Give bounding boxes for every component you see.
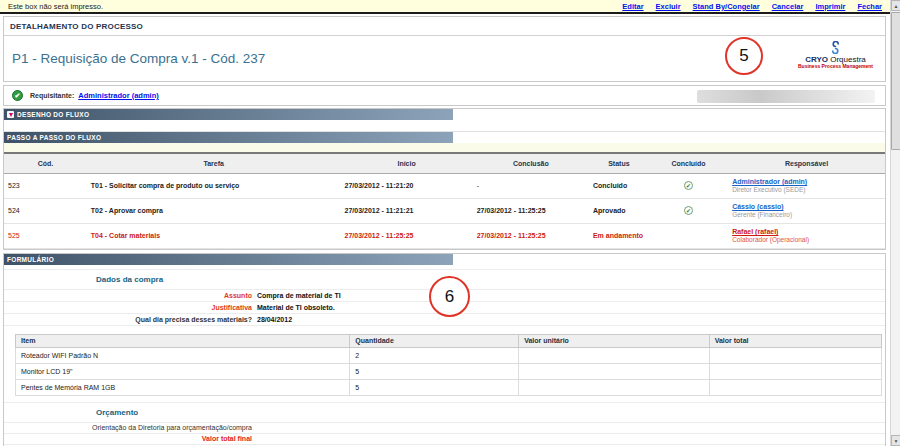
cell-status: Em andamento <box>589 223 649 248</box>
cell-quantidade: 2 <box>350 347 519 363</box>
completed-check-icon: ✔ <box>684 181 693 190</box>
brand-tagline: Business Process Management <box>798 64 873 70</box>
col-status: Status <box>589 154 649 173</box>
scrollbar-thumb[interactable] <box>891 12 900 150</box>
flow-design-label: DESENHO DO FLUXO <box>17 111 89 118</box>
cell-inicio: 27/03/2012 - 11:25:25 <box>341 223 473 248</box>
page-title: DETALHAMENTO DO PROCESSO <box>4 17 885 36</box>
cell-tarefa: T02 - Aprovar compra <box>87 198 341 223</box>
cell-valor-unitario <box>519 347 710 363</box>
top-toolbar: Este box não será impresso. Editar Exclu… <box>0 0 890 14</box>
form-label: FORMULÁRIO <box>7 256 54 263</box>
responsible-link[interactable]: Cássio (cassio) <box>732 203 881 210</box>
budget-heading: Orçamento <box>4 402 885 423</box>
cell-responsavel: Cássio (cassio) Gerente (Financeiro) <box>728 198 885 223</box>
col-valor-unitario: Valor unitário <box>519 334 710 347</box>
completed-check-icon: ✔ <box>684 206 693 215</box>
cell-inicio: 27/03/2012 - 11:21:20 <box>341 173 473 198</box>
cell-conclusao: - <box>473 173 589 198</box>
cancel-link[interactable]: Cancelar <box>772 2 804 11</box>
requester-panel: ✔ Requisitante: Administrador (admin) <box>3 85 886 106</box>
cell-concluido: ✔ <box>649 198 728 223</box>
process-detail-page: DETALHAMENTO DO PROCESSO P1 - Requisição… <box>0 14 890 446</box>
flow-panel: DESENHO DO FLUXO PASSO A PASSO DO FLUXO … <box>3 108 886 250</box>
budget-label: Orientação da Diretoria para orçamentaçã… <box>4 424 252 431</box>
table-row: 523 T01 - Solicitar compra de produto ou… <box>4 173 885 198</box>
collapse-icon[interactable] <box>7 111 14 118</box>
cell-status: Concluído <box>589 173 649 198</box>
standby-freeze-link[interactable]: Stand By/Congelar <box>693 2 760 11</box>
item-row: Roteador WIFI Padrão N 2 <box>16 347 882 363</box>
close-link[interactable]: Fechar <box>857 2 882 11</box>
cell-cod: 523 <box>4 173 87 198</box>
cell-cod: 525 <box>4 223 87 248</box>
cell-inicio: 27/03/2012 - 11:21:21 <box>341 198 473 223</box>
edit-link[interactable]: Editar <box>622 2 643 11</box>
col-quantidade: Quantidade <box>350 334 519 347</box>
cell-quantidade: 5 <box>350 363 519 379</box>
cell-conclusao: 27/03/2012 - 11:25:25 <box>473 198 589 223</box>
print-link[interactable]: Imprimir <box>815 2 845 11</box>
flow-steps-subheader-strip <box>4 143 885 154</box>
cell-conclusao: 27/03/2012 - 11:25:25 <box>473 223 589 248</box>
requester-check-icon: ✔ <box>12 90 23 101</box>
field-label: Assunto <box>4 292 252 299</box>
cell-valor-unitario <box>519 379 710 395</box>
col-conclusao: Conclusão <box>473 154 589 173</box>
toolbar-actions: Editar Excluir Stand By/Congelar Cancela… <box>622 2 882 11</box>
field-label: Qual dia precisa desses materiais? <box>4 316 252 323</box>
cell-tarefa: T04 - Cotar materiais <box>87 223 341 248</box>
cell-status: Aprovado <box>589 198 649 223</box>
col-concluido: Concluído <box>649 154 728 173</box>
cell-valor-unitario <box>519 363 710 379</box>
table-row: 524 T02 - Aprovar compra 27/03/2012 - 11… <box>4 198 885 223</box>
requester-shade-strip <box>697 90 875 103</box>
items-header-row: Item Quantidade Valor unitário Valor tot… <box>16 334 882 347</box>
scroll-up-icon[interactable]: ▲ <box>891 0 900 11</box>
annotation-circle-6: 6 <box>429 276 470 317</box>
cell-valor-total <box>709 363 881 379</box>
responsible-role: Gerente (Financeiro) <box>732 211 881 218</box>
cell-concluido <box>649 223 728 248</box>
cell-item: Pentes de Memória RAM 1GB <box>16 379 350 395</box>
print-note: Este box não será impresso. <box>8 2 103 11</box>
flow-steps-label: PASSO A PASSO DO FLUXO <box>7 134 101 141</box>
brand-logo: CRYO Orquestra Business Process Manageme… <box>798 41 873 70</box>
cell-valor-total <box>709 347 881 363</box>
field-value: 28/04/2012 <box>257 316 292 323</box>
col-inicio: Início <box>341 154 473 173</box>
cell-tarefa: T01 - Solicitar compra de produto ou ser… <box>87 173 341 198</box>
steps-table: Cód. Tarefa Início Conclusão Status Conc… <box>4 154 885 249</box>
flow-steps-section-header[interactable]: PASSO A PASSO DO FLUXO <box>4 132 453 143</box>
cell-valor-total <box>709 379 881 395</box>
field-value: Compra de material de TI <box>257 292 341 299</box>
field-value: Material de TI obsoleto. <box>257 304 335 311</box>
responsible-role: Colaborador (Operacional) <box>732 236 881 243</box>
col-cod: Cód. <box>4 154 87 173</box>
cell-item: Monitor LCD 19" <box>16 363 350 379</box>
requester-label: Requisitante: <box>30 92 74 99</box>
delete-link[interactable]: Excluir <box>656 2 681 11</box>
col-valor-total: Valor total <box>709 334 881 347</box>
table-row-active: 525 T04 - Cotar materiais 27/03/2012 - 1… <box>4 223 885 248</box>
flow-design-section-header[interactable]: DESENHO DO FLUXO <box>4 109 453 120</box>
col-item: Item <box>16 334 350 347</box>
flow-design-collapsed-area <box>4 120 885 132</box>
annotation-circle-5: 5 <box>725 37 763 75</box>
cell-responsavel: Rafael (rafael) Colaborador (Operacional… <box>728 223 885 248</box>
scroll-down-icon[interactable]: ▼ <box>891 435 900 446</box>
cell-quantidade: 5 <box>350 379 519 395</box>
col-responsavel: Responsável <box>728 154 885 173</box>
vertical-scrollbar[interactable]: ▲ ▼ <box>890 0 900 446</box>
budget-label: Valor total final <box>4 435 252 442</box>
item-row: Monitor LCD 19" 5 <box>16 363 882 379</box>
responsible-link[interactable]: Administrador (admin) <box>732 178 881 185</box>
budget-field-orientacao: Orientação da Diretoria para orçamentaçã… <box>4 423 885 434</box>
responsible-link[interactable]: Rafael (rafael) <box>732 228 881 235</box>
items-table: Item Quantidade Valor unitário Valor tot… <box>15 334 882 396</box>
cell-cod: 524 <box>4 198 87 223</box>
form-section-header[interactable]: FORMULÁRIO <box>4 254 453 265</box>
item-row: Pentes de Memória RAM 1GB 5 <box>16 379 882 395</box>
field-label: Justificativa <box>4 304 252 311</box>
requester-link[interactable]: Administrador (admin) <box>78 91 158 100</box>
